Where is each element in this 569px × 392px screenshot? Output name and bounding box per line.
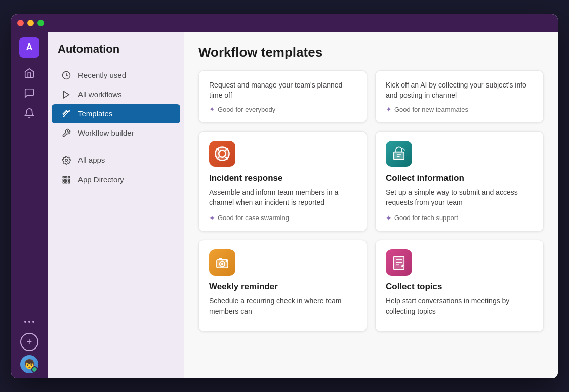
template-card-weekly[interactable]: Weekly reminder Schedule a recurring che… (198, 240, 367, 332)
onboarding-badge-text: Good for new teammates (394, 106, 468, 113)
add-workspace-button[interactable]: + (20, 333, 38, 351)
svg-rect-26 (397, 154, 401, 155)
collect-info-badge-text: Good for tech support (394, 214, 458, 222)
app-window: A (11, 14, 558, 378)
sidebar: Automation Recently used All (48, 32, 184, 378)
svg-rect-14 (68, 179, 70, 180)
app-body: A (11, 32, 558, 378)
sidebar-item-all-apps[interactable]: All apps (52, 151, 180, 170)
page-title: Workflow templates (198, 45, 544, 60)
incident-badge-text: Good for case swarming (218, 214, 289, 222)
close-button[interactable] (17, 20, 24, 26)
collect-icon (386, 141, 412, 167)
wrench-icon (62, 128, 72, 138)
sparkle-icon: ✦ (209, 105, 215, 113)
all-apps-label: All apps (78, 156, 105, 164)
minimize-button[interactable] (27, 20, 34, 26)
svg-point-8 (65, 159, 68, 161)
svg-rect-31 (219, 258, 222, 259)
svg-rect-12 (63, 179, 64, 180)
play-icon (62, 90, 72, 99)
traffic-lights (17, 20, 44, 26)
time-off-badge: ✦ Good for everybody (209, 105, 356, 113)
templates-label: Templates (78, 109, 112, 118)
incident-icon (209, 141, 235, 167)
collect-info-badge: ✦ Good for tech support (386, 214, 533, 222)
svg-marker-4 (64, 91, 69, 98)
svg-rect-10 (66, 176, 67, 178)
sidebar-item-app-directory[interactable]: App Directory (52, 170, 180, 189)
sidebar-title: Automation (48, 42, 184, 66)
notifications-icon[interactable] (20, 104, 38, 122)
time-off-badge-text: Good for everybody (218, 106, 275, 113)
more-icon[interactable] (20, 313, 38, 331)
home-icon[interactable] (20, 64, 38, 82)
sparkle-icon-4: ✦ (386, 214, 392, 222)
main-content: Workflow templates Request and manage yo… (184, 32, 558, 378)
time-off-description: Request and manage your team's planned t… (209, 80, 356, 101)
svg-rect-27 (397, 156, 400, 157)
maximize-button[interactable] (37, 20, 44, 26)
workspace-avatar[interactable]: A (19, 37, 39, 58)
template-card-topics[interactable]: Collect topics Help start conversations … (375, 240, 544, 332)
svg-rect-11 (68, 176, 70, 178)
grid-icon (62, 175, 72, 184)
svg-point-2 (32, 321, 34, 323)
svg-point-6 (68, 110, 70, 112)
plus-icon: + (27, 337, 32, 346)
topics-description: Help start conversations in meetings by … (386, 296, 533, 317)
svg-rect-9 (63, 176, 64, 178)
template-card-time-off[interactable]: Request and manage your team's planned t… (198, 70, 367, 123)
onboarding-badge: ✦ Good for new teammates (386, 105, 533, 113)
sparkle-icon-3: ✦ (209, 214, 215, 222)
app-directory-label: App Directory (78, 175, 124, 184)
sparkle-icon-2: ✦ (386, 105, 392, 113)
gear-icon (62, 156, 72, 165)
svg-rect-13 (66, 179, 67, 180)
template-card-collect-info[interactable]: Collect information Set up a simple way … (375, 131, 544, 232)
icon-rail: A (11, 32, 48, 378)
sidebar-item-workflow-builder[interactable]: Workflow builder (52, 123, 180, 143)
template-card-onboarding[interactable]: Kick off an AI by collecting your subjec… (375, 70, 544, 123)
sidebar-item-all-workflows[interactable]: All workflows (52, 85, 180, 104)
svg-rect-17 (68, 181, 70, 183)
svg-rect-15 (63, 181, 64, 183)
all-workflows-label: All workflows (78, 90, 122, 99)
svg-point-0 (24, 321, 26, 323)
topics-icon (386, 249, 412, 276)
titlebar (11, 14, 558, 32)
messages-icon[interactable] (20, 84, 38, 102)
svg-rect-33 (394, 256, 404, 269)
clock-icon (62, 71, 72, 80)
topics-title: Collect topics (386, 282, 533, 292)
wand-icon (62, 109, 72, 118)
recently-used-label: Recently used (78, 71, 126, 79)
incident-title: Incident response (209, 173, 356, 183)
sidebar-item-recently-used[interactable]: Recently used (52, 66, 180, 85)
collect-info-description: Set up a simple way to submit and access… (386, 187, 533, 208)
svg-point-30 (221, 263, 223, 265)
onboarding-description: Kick off an AI by collecting your subjec… (386, 80, 533, 101)
incident-description: Assemble and inform team members in a ch… (209, 187, 356, 208)
weekly-icon (209, 249, 235, 276)
templates-grid: Request and manage your team's planned t… (198, 70, 544, 332)
template-card-incident[interactable]: Incident response Assemble and inform te… (198, 131, 367, 232)
weekly-description: Schedule a recurring check in where team… (209, 296, 356, 317)
sidebar-item-templates[interactable]: Templates (52, 104, 180, 123)
collect-info-title: Collect information (386, 173, 533, 183)
incident-badge: ✦ Good for case swarming (209, 214, 356, 222)
svg-point-1 (28, 321, 30, 323)
weekly-title: Weekly reminder (209, 282, 356, 292)
svg-point-7 (63, 115, 64, 117)
workflow-builder-label: Workflow builder (78, 128, 134, 137)
svg-rect-16 (66, 181, 67, 183)
svg-point-32 (226, 260, 227, 262)
user-face: 👦 (20, 355, 38, 373)
user-avatar[interactable]: 👦 (20, 355, 38, 373)
svg-point-20 (219, 150, 226, 157)
